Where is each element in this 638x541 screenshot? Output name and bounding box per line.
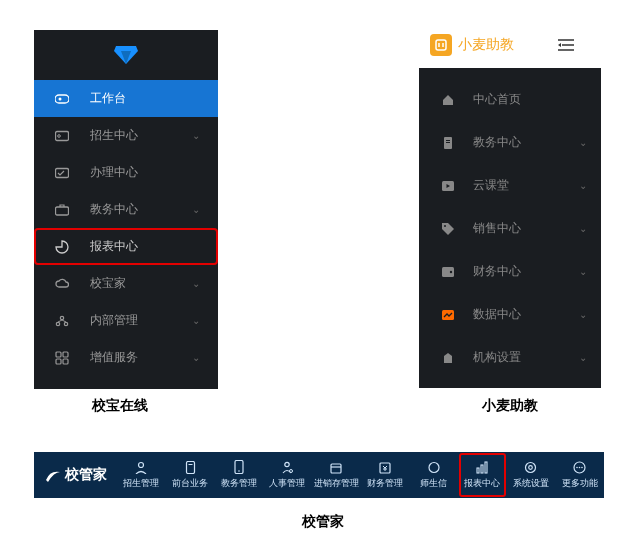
sidebar-item-finance[interactable]: 财务中心 ⌄ [419, 250, 601, 293]
chevron-down-icon: ⌄ [579, 309, 587, 320]
nav-item-reports[interactable]: 报表中心 [458, 452, 507, 498]
collapse-menu-icon[interactable] [558, 38, 574, 52]
nav-item-label: 系统设置 [513, 477, 549, 490]
swoosh-icon [44, 466, 62, 484]
svg-point-22 [139, 462, 144, 467]
svg-rect-15 [446, 140, 450, 141]
svg-rect-16 [446, 142, 450, 143]
xiaomai-logo-icon [430, 34, 452, 56]
svg-rect-34 [485, 462, 487, 473]
sidebar-item-xiaobaojia[interactable]: 校宝家 ⌄ [34, 265, 218, 302]
sidebar-item-label: 教务中心 [90, 201, 192, 218]
sidebar-item-label: 工作台 [90, 90, 218, 107]
xiaomai-brand-text: 小麦助教 [458, 36, 514, 54]
sidebar-item-enrollment[interactable]: 招生中心 ⌄ [34, 117, 218, 154]
sidebar-item-label: 校宝家 [90, 275, 192, 292]
sidebar-item-label: 招生中心 [90, 127, 192, 144]
nav-item-inventory[interactable]: 进销存管理 [312, 452, 361, 498]
diamond-icon [114, 46, 138, 64]
svg-rect-10 [63, 352, 68, 357]
checklist-icon [54, 167, 70, 179]
svg-point-35 [526, 462, 536, 472]
sidebar-item-academic[interactable]: 教务中心 ⌄ [34, 191, 218, 228]
sidebar-item-valueadd[interactable]: 增值服务 ⌄ [34, 339, 218, 376]
nav-item-finance[interactable]: 财务管理 [361, 452, 410, 498]
svg-rect-23 [186, 461, 194, 473]
sidebar-item-label: 内部管理 [90, 312, 192, 329]
sidebar-item-reports[interactable]: 报表中心 [34, 228, 218, 265]
sidebar-item-internal[interactable]: 内部管理 ⌄ [34, 302, 218, 339]
chevron-down-icon: ⌄ [579, 180, 587, 191]
sidebar-item-label: 中心首页 [473, 91, 601, 108]
nav-item-label: 教务管理 [221, 477, 257, 490]
app-icon [54, 351, 70, 365]
chevron-down-icon: ⌄ [579, 137, 587, 148]
svg-point-28 [290, 469, 293, 472]
chevron-down-icon: ⌄ [579, 223, 587, 234]
sidebar-item-label: 机构设置 [473, 349, 579, 366]
gear-icon [524, 460, 537, 474]
nav-item-label: 师生信 [420, 477, 447, 490]
svg-point-8 [64, 322, 67, 325]
chevron-down-icon: ⌄ [579, 352, 587, 363]
bars-icon [476, 460, 488, 474]
chevron-down-icon: ⌄ [579, 266, 587, 277]
svg-point-20 [450, 270, 452, 272]
sidebar-item-label: 教务中心 [473, 134, 579, 151]
sidebar-item-orgsettings[interactable]: 机构设置 ⌄ [419, 336, 601, 379]
svg-point-27 [285, 462, 289, 466]
sidebar-item-label: 报表中心 [90, 238, 218, 255]
svg-rect-11 [56, 359, 61, 364]
svg-rect-33 [481, 465, 483, 473]
svg-point-39 [579, 466, 581, 468]
building-icon [441, 352, 455, 364]
nav-item-enrollment[interactable]: 招生管理 [117, 452, 166, 498]
chevron-down-icon: ⌄ [192, 278, 200, 289]
svg-point-6 [60, 316, 63, 319]
xiaoguanjia-navbar: 校管家 招生管理 前台业务 教务管理 人事管理 进销存管理 财务管理 [34, 452, 604, 498]
box-icon [330, 460, 342, 474]
tag-icon [441, 223, 455, 235]
dashboard-icon [54, 93, 70, 105]
svg-point-1 [59, 97, 62, 100]
svg-rect-5 [56, 207, 69, 215]
navbar-items: 招生管理 前台业务 教务管理 人事管理 进销存管理 财务管理 师生信 [117, 452, 604, 498]
nav-item-frontdesk[interactable]: 前台业务 [166, 452, 215, 498]
money-icon [379, 460, 391, 474]
xiaomai-sidebar: 中心首页 教务中心 ⌄ 云课堂 ⌄ 销售中心 ⌄ [419, 68, 601, 388]
piechart-icon [54, 240, 70, 254]
sidebar-item-label: 销售中心 [473, 220, 579, 237]
svg-rect-19 [442, 267, 454, 277]
nav-item-academic[interactable]: 教务管理 [214, 452, 263, 498]
briefcase-icon [54, 204, 70, 216]
sidebar-item-label: 办理中心 [90, 164, 218, 181]
sidebar-item-sales[interactable]: 销售中心 ⌄ [419, 207, 601, 250]
nav-item-more[interactable]: 更多功能 [555, 452, 604, 498]
xiaomai-caption: 小麦助教 [482, 397, 538, 415]
svg-point-7 [56, 322, 59, 325]
sidebar-item-academic[interactable]: 教务中心 ⌄ [419, 121, 601, 164]
xiaobao-sidebar: 工作台 招生中心 ⌄ 办理中心 教务中心 ⌄ 报表中心 校宝家 ⌄ [34, 30, 218, 389]
sidebar-item-cloudclass[interactable]: 云课堂 ⌄ [419, 164, 601, 207]
nav-item-message[interactable]: 师生信 [409, 452, 458, 498]
nav-item-settings[interactable]: 系统设置 [507, 452, 556, 498]
svg-point-31 [429, 462, 439, 472]
sidebar-item-workspace[interactable]: 工作台 [34, 80, 218, 117]
sidebar-item-label: 数据中心 [473, 306, 579, 323]
nav-item-label: 前台业务 [172, 477, 208, 490]
document-icon [441, 137, 455, 149]
nav-item-label: 进销存管理 [314, 477, 359, 490]
chevron-down-icon: ⌄ [192, 204, 200, 215]
xiaomai-header: 小麦助教 [430, 34, 574, 56]
svg-point-26 [238, 470, 240, 472]
sidebar-item-datacenter[interactable]: 数据中心 ⌄ [419, 293, 601, 336]
more-icon [573, 460, 586, 474]
chart-icon [441, 310, 455, 320]
message-icon [428, 460, 440, 474]
sidebar-item-home[interactable]: 中心首页 [419, 78, 601, 121]
sidebar-item-processing[interactable]: 办理中心 [34, 154, 218, 191]
nav-item-hr[interactable]: 人事管理 [263, 452, 312, 498]
phone-icon [234, 460, 244, 474]
card-icon [54, 130, 70, 142]
xiaobao-caption: 校宝在线 [92, 397, 148, 415]
